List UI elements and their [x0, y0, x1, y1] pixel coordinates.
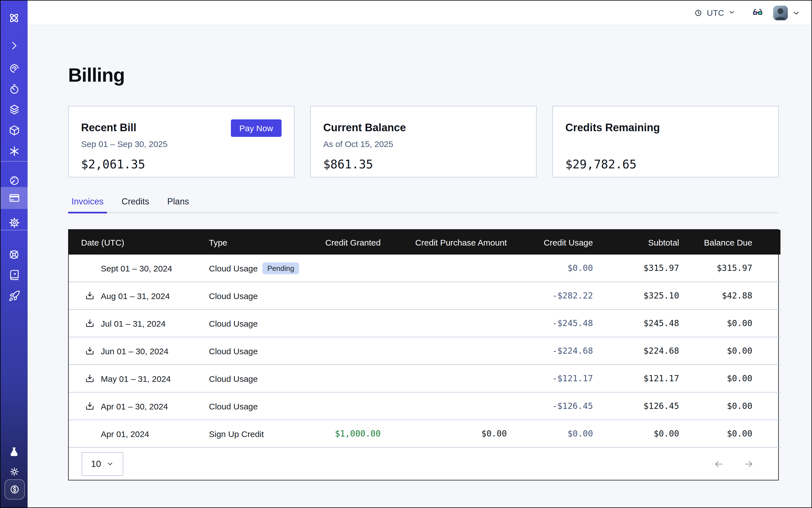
- credit-purchase-value: [394, 392, 520, 420]
- header-credit-usage: Credit Usage: [520, 230, 606, 255]
- card-subtitle: Sep 01 – Sep 30, 2025: [81, 139, 282, 149]
- sun-icon: [8, 465, 20, 477]
- helm-wheel-icon: [8, 248, 20, 261]
- invoice-type: Cloud Usage: [209, 374, 258, 383]
- download-icon: [84, 373, 95, 384]
- invoice-row: Aug 01 – 31, 2024 Cloud Usage -$282.22 $…: [69, 282, 780, 309]
- download-icon: [84, 345, 95, 356]
- pay-now-button[interactable]: Pay Now: [231, 119, 282, 137]
- dollar-badge-icon: [8, 483, 21, 496]
- sidebar-item-labs[interactable]: [1, 441, 28, 463]
- book-sparkle-icon: [8, 269, 20, 281]
- sidebar-item-launch[interactable]: [1, 285, 28, 306]
- invoice-type: Cloud Usage: [209, 291, 258, 300]
- topbar: UTC: [28, 1, 811, 25]
- credit-purchase-value: [394, 365, 520, 392]
- download-invoice-button[interactable]: [84, 345, 95, 356]
- credits-badge-button[interactable]: [4, 479, 25, 500]
- download-invoice-button[interactable]: [84, 318, 95, 329]
- balance-due-value: $0.00: [693, 337, 780, 365]
- sidebar-item-helm[interactable]: [1, 244, 28, 265]
- sidebar-item-cube[interactable]: [1, 119, 28, 141]
- invoice-date: Aug 01 – 31, 2024: [101, 291, 170, 300]
- storm-icon: [8, 62, 20, 74]
- header-credit-granted: Credit Granted: [316, 230, 394, 255]
- app-window: UTC Billing Recent Bill Sep 01 – Sep: [0, 0, 812, 508]
- sidebar-item-storm[interactable]: [1, 57, 28, 79]
- card-subtitle: [565, 139, 766, 149]
- next-page-button[interactable]: [744, 459, 754, 469]
- chevron-right-icon: [8, 40, 20, 51]
- user-avatar[interactable]: [773, 5, 788, 20]
- page-size-select[interactable]: 10: [82, 452, 123, 476]
- sidebar-item-layers[interactable]: [1, 98, 28, 120]
- subtotal-value: $121.17: [606, 365, 693, 392]
- credit-usage-value: -$282.22: [520, 282, 606, 309]
- credit-purchase-value: $0.00: [394, 420, 520, 448]
- flask-icon: [8, 447, 20, 458]
- sidebar-item-docs[interactable]: [1, 264, 28, 286]
- invoice-type: Cloud Usage: [209, 346, 258, 356]
- screenshot-canvas: UTC Billing Recent Bill Sep 01 – Sep: [0, 0, 812, 508]
- invoice-date: Apr 01, 2024: [101, 429, 149, 438]
- app-logo-icon[interactable]: [1, 11, 28, 25]
- chevron-down-icon: [728, 8, 735, 15]
- sidebar-item-asterisk[interactable]: [1, 140, 28, 162]
- reader-mode-button[interactable]: [752, 7, 763, 18]
- credits-remaining-amount: $29,782.65: [565, 158, 766, 171]
- recent-bill-card: Recent Bill Sep 01 – Sep 30, 2025 $2,061…: [68, 106, 295, 177]
- invoices-table: Date (UTC) Type Credit Granted Credit Pu…: [69, 230, 780, 448]
- expand-sidebar-button[interactable]: [1, 35, 28, 56]
- pagination-controls: [714, 459, 754, 469]
- credits-remaining-card: Credits Remaining $29,782.65: [552, 106, 779, 177]
- invoice-type: Cloud Usage: [209, 401, 258, 411]
- sidebar-item-timer[interactable]: [1, 78, 28, 100]
- credit-usage-value: -$245.48: [520, 309, 606, 337]
- gauge-icon: [8, 174, 20, 186]
- credit-granted-value: [316, 282, 394, 309]
- invoice-row: Apr 01, 2024 Sign Up Credit $1,000.00 $0…: [69, 420, 780, 448]
- tab-invoices[interactable]: Invoices: [68, 197, 107, 213]
- download-invoice-button[interactable]: [84, 401, 95, 412]
- sidebar-item-theme[interactable]: [1, 461, 28, 482]
- subtotal-value: $325.10: [606, 282, 693, 309]
- credit-granted-value: [316, 337, 394, 365]
- download-invoice-button[interactable]: [84, 373, 95, 384]
- previous-page-button[interactable]: [714, 459, 724, 469]
- card-title: Credits Remaining: [565, 122, 766, 134]
- download-invoice-button[interactable]: [84, 290, 95, 301]
- tab-plans[interactable]: Plans: [164, 197, 193, 213]
- balance-due-value: $42.88: [693, 282, 780, 309]
- invoice-date: Jul 01 – 31, 2024: [101, 319, 166, 328]
- timer-icon: [8, 83, 20, 95]
- timezone-chevron: [728, 8, 735, 18]
- invoice-row: Sept 01 – 30, 2024 Cloud UsagePending $0…: [69, 255, 780, 282]
- timezone-label: UTC: [707, 8, 724, 17]
- tab-credits[interactable]: Credits: [118, 197, 153, 213]
- invoice-row: Jun 01 – 30, 2024 Cloud Usage -$224.68 $…: [69, 337, 780, 365]
- summary-cards: Recent Bill Sep 01 – Sep 30, 2025 $2,061…: [68, 106, 779, 177]
- credit-usage-value: -$224.68: [520, 337, 606, 365]
- header-date: Date (UTC): [69, 230, 204, 255]
- credit-purchase-value: [394, 255, 520, 282]
- download-icon: [84, 318, 95, 329]
- account-menu-button[interactable]: [792, 9, 800, 16]
- glasses-icon: [752, 7, 763, 18]
- balance-due-value: $315.97: [693, 255, 780, 282]
- credit-purchase-value: [394, 309, 520, 337]
- invoice-row: May 01 – 31, 2024 Cloud Usage -$121.17 $…: [69, 365, 780, 392]
- subtotal-value: $224.68: [606, 337, 693, 365]
- balance-due-value: $0.00: [693, 365, 780, 392]
- invoice-date: May 01 – 31, 2024: [101, 374, 171, 383]
- arrow-right-icon: [744, 459, 754, 469]
- invoice-row: Apr 01 – 30, 2024 Cloud Usage -$126.45 $…: [69, 392, 780, 420]
- balance-due-value: $0.00: [693, 420, 780, 448]
- header-type: Type: [204, 230, 316, 255]
- timezone-selector[interactable]: UTC: [694, 8, 735, 18]
- credit-usage-value: $0.00: [520, 420, 606, 448]
- asterisk-icon: [8, 145, 20, 157]
- balance-due-value: $0.00: [693, 309, 780, 337]
- recent-bill-amount: $2,061.35: [81, 158, 282, 171]
- sidebar-item-billing[interactable]: [1, 187, 28, 209]
- rocket-icon: [8, 290, 20, 302]
